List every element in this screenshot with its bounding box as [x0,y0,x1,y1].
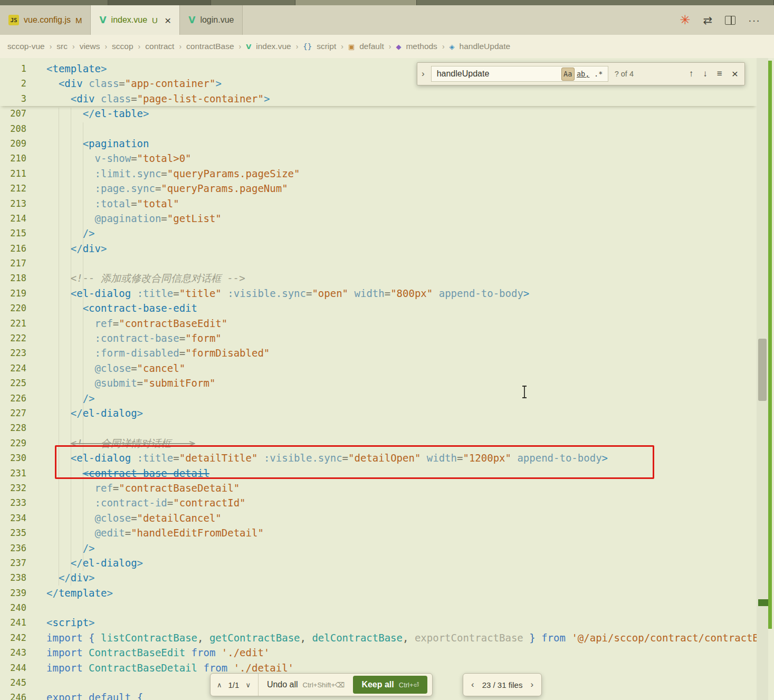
breadcrumb-item-sccop[interactable]: sccop [112,42,133,51]
breadcrumb-item-index-vue[interactable]: index.vue [256,42,291,51]
code-line-216[interactable]: 216 </div> [0,241,757,256]
code-text[interactable]: :total="total" [26,196,179,211]
tab-index-vue[interactable]: V index.vue U × [91,5,180,35]
keep-all-button[interactable]: Keep all Ctrl+⏎ [353,676,427,694]
code-line-242[interactable]: 242import { listContractBase, getContrac… [0,630,757,645]
breadcrumb-item-contractbase[interactable]: contractBase [186,42,234,51]
code-text[interactable]: @pagination="getList" [26,211,222,226]
code-text[interactable]: <div class="page-list-container"> [26,91,270,106]
code-text[interactable]: :contract-id="contractId" [26,495,246,510]
code-text[interactable]: export default { [26,690,143,700]
code-line-212[interactable]: 212 :page.sync="queryParams.pageNum" [0,181,757,196]
close-find-button[interactable]: × [732,68,738,80]
find-in-selection-button[interactable]: ≡ [717,69,722,79]
code-line-225[interactable]: 225 @submit="submitForm" [0,376,757,390]
code-text[interactable]: <script> [26,615,95,630]
code-text[interactable]: /> [26,541,95,555]
code-text[interactable]: <contract-base-edit [26,301,197,315]
previous-match-button[interactable]: ↑ [689,69,694,79]
next-change-icon[interactable]: ∨ [245,681,251,689]
code-line-238[interactable]: 238 </div> [0,570,757,585]
code-text[interactable] [26,675,46,690]
tab-vue-config-js[interactable]: JS vue.config.js M [0,5,91,35]
tab-login-vue[interactable]: V login.vue [180,5,243,35]
code-line-217[interactable]: 217 [0,256,757,271]
code-text[interactable]: import ContractBaseEdit from './edit' [26,645,270,660]
code-line-220[interactable]: 220 <contract-base-edit [0,301,757,315]
whole-word-toggle[interactable]: ab, [577,68,590,81]
code-line-3[interactable]: 3 <div class="page-list-container"> [0,91,757,106]
code-line-239[interactable]: 239</template> [0,586,757,600]
code-line-241[interactable]: 241<script> [0,615,757,630]
code-text[interactable]: v-show="total>0" [26,151,192,166]
breadcrumb-item-default[interactable]: default [359,42,384,51]
undo-all-button[interactable]: Undo all Ctrl+Shift+⌫ [267,680,345,689]
code-text[interactable]: <template> [26,61,107,76]
find-input[interactable]: handleUpdate Aa ab, .* [431,66,608,82]
code-text[interactable]: :contract-base="form" [26,331,222,346]
code-text[interactable]: </el-dialog> [26,406,143,420]
code-text[interactable]: @close="cancel" [26,361,185,376]
code-line-211[interactable]: 211 :limit.sync="queryParams.pageSize" [0,166,757,181]
code-text[interactable] [26,121,46,136]
code-line-233[interactable]: 233 :contract-id="contractId" [0,495,757,510]
code-text[interactable]: :page.sync="queryParams.pageNum" [26,181,288,196]
breadcrumb-item-src[interactable]: src [56,42,68,51]
code-line-234[interactable]: 234 @close="detailCancel" [0,511,757,525]
code-line-221[interactable]: 221 ref="contractBaseEdit" [0,316,757,331]
code-text[interactable]: @edit="handleEditFromDetail" [26,525,264,540]
code-line-227[interactable]: 227 </el-dialog> [0,406,757,420]
code-line-240[interactable]: 240 [0,600,757,615]
code-text[interactable]: <div class="app-container"> [26,76,222,91]
breadcrumb-item-handleupdate[interactable]: handleUpdate [460,42,511,51]
scrollbar-thumb[interactable] [758,339,767,401]
code-line-218[interactable]: 218 <!-- 添加或修改合同信息对话框 --> [0,271,757,285]
code-text[interactable]: ref="contractBaseEdit" [26,316,227,331]
code-text[interactable]: @close="detailCancel" [26,511,222,525]
code-line-209[interactable]: 209 <pagination [0,136,757,151]
code-line-214[interactable]: 214 @pagination="getList" [0,211,757,226]
code-text[interactable]: <pagination [26,136,149,151]
breadcrumb-item-script[interactable]: script [317,42,336,51]
code-text[interactable]: </el-dialog> [26,555,143,570]
code-text[interactable]: </template> [26,586,113,600]
code-line-222[interactable]: 222 :contract-base="form" [0,331,757,346]
code-text[interactable]: </div> [26,570,95,585]
breadcrumb-item-methods[interactable]: methods [406,42,437,51]
copilot-icon[interactable]: ✳ [680,14,690,26]
regex-toggle[interactable]: .* [592,68,605,81]
code-line-219[interactable]: 219 <el-dialog :title="title" :visible.s… [0,286,757,301]
code-text[interactable]: </div> [26,241,107,256]
code-line-226[interactable]: 226 /> [0,391,757,406]
code-text[interactable]: :limit.sync="queryParams.pageSize" [26,166,300,181]
toggle-replace-chevron-icon[interactable]: › [422,69,425,79]
code-text[interactable]: import { listContractBase, getContractBa… [26,630,757,645]
match-case-toggle[interactable]: Aa [561,68,575,81]
code-line-207[interactable]: 207 </el-table> [0,106,757,121]
code-text[interactable]: /> [26,226,95,241]
code-line-237[interactable]: 237 </el-dialog> [0,555,757,570]
breadcrumb-item-sccop-vue[interactable]: sccop-vue [7,42,45,51]
code-text[interactable]: /> [26,391,95,406]
code-line-223[interactable]: 223 :form-disabled="formDisabled" [0,346,757,360]
code-editor[interactable]: 1<template>2 <div class="app-container">… [0,58,757,700]
more-actions-icon[interactable]: ··· [748,15,760,25]
code-line-232[interactable]: 232 ref="contractBaseDetail" [0,481,757,495]
find-query-text[interactable]: handleUpdate [437,69,559,79]
code-text[interactable]: </el-table> [26,106,149,121]
split-editor-icon[interactable] [725,16,735,25]
breadcrumb-item-views[interactable]: views [80,42,100,51]
code-line-215[interactable]: 215 /> [0,226,757,241]
previous-file-icon[interactable]: ‹ [471,679,474,690]
code-text[interactable]: <!-- 添加或修改合同信息对话框 --> [26,271,245,285]
code-text[interactable] [26,420,46,435]
next-match-button[interactable]: ↓ [703,69,708,79]
code-text[interactable]: @submit="submitForm" [26,376,215,390]
code-line-235[interactable]: 235 @edit="handleEditFromDetail" [0,525,757,540]
code-line-236[interactable]: 236 /> [0,541,757,555]
code-text[interactable]: :form-disabled="formDisabled" [26,346,270,360]
code-line-208[interactable]: 208 [0,121,757,136]
compare-changes-icon[interactable]: ⇄ [703,15,712,26]
code-line-213[interactable]: 213 :total="total" [0,196,757,211]
code-text[interactable]: <el-dialog :title="title" :visible.sync=… [26,286,529,301]
